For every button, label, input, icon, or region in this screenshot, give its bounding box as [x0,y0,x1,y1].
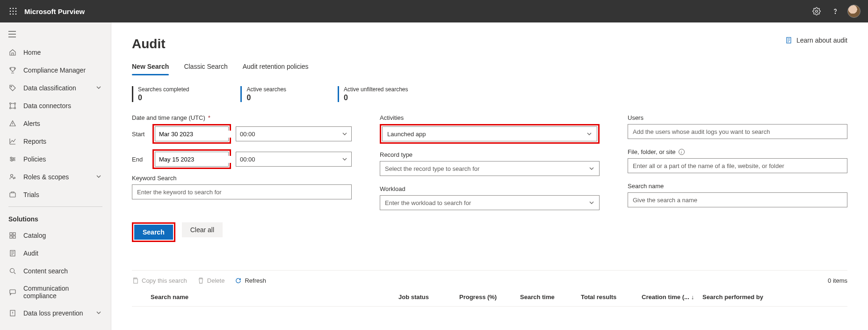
end-date-field[interactable] [155,156,241,163]
sidebar-item-catalog[interactable]: Catalog [0,227,111,244]
svg-rect-27 [10,236,12,238]
start-time-dropdown[interactable]: 00:00 [236,126,352,141]
info-icon[interactable]: i [679,149,685,155]
chart-icon [8,137,17,146]
app-title: Microsoft Purview [24,7,85,15]
stats-row: Searches completed 0 Active searches 0 A… [132,86,847,102]
col-job-status[interactable]: Job status [398,293,459,301]
sidebar-item-audit[interactable]: Audit [0,244,111,262]
svg-rect-26 [13,233,15,235]
svg-rect-36 [134,279,137,283]
trials-icon [8,191,17,199]
sidebar-item-compliance-manager[interactable]: Compliance Manager [0,61,111,79]
results-table-header: Search name Job status Progress (%) Sear… [132,288,847,307]
main-content: Audit Learn about audit New Search Class… [111,22,868,330]
chevron-down-icon [342,131,347,137]
refresh-icon [235,277,242,284]
sidebar-item-communication-compliance[interactable]: Communication compliance [0,280,111,304]
start-label: Start [132,131,148,138]
col-search-time[interactable]: Search time [520,293,581,301]
svg-point-1 [13,8,14,9]
stat-active-searches: Active searches 0 [240,86,286,102]
workload-dropdown[interactable]: Enter the workload to search for [380,195,600,210]
svg-point-16 [14,103,16,104]
app-launcher-icon[interactable] [7,6,19,17]
col-search-name[interactable]: Search name [151,293,398,301]
policies-icon [8,155,17,163]
keyword-label: Keyword Search [132,175,352,182]
learn-label: Learn about audit [796,37,847,44]
col-creation-time[interactable]: Creation time (...↓ [642,293,702,301]
delete-button: Delete [197,277,225,284]
sidebar-item-data-loss-prevention[interactable]: Data loss prevention [0,304,111,322]
sidebar-item-trials[interactable]: Trials [0,186,111,204]
settings-icon[interactable] [808,3,825,20]
file-label: File, folder, or site i [628,148,847,155]
refresh-button[interactable]: Refresh [235,277,266,284]
svg-point-8 [15,14,17,15]
svg-point-9 [816,10,818,13]
svg-point-19 [11,157,12,159]
help-icon[interactable] [827,3,844,20]
tag-icon [8,84,17,92]
sidebar-item-data-classification[interactable]: Data classification [0,79,111,97]
svg-point-3 [10,11,11,12]
sort-desc-icon: ↓ [691,293,694,301]
tab-audit-retention-policies[interactable]: Audit retention policies [243,60,309,75]
chevron-down-icon [96,85,102,92]
sidebar-item-data-connectors[interactable]: Data connectors [0,97,111,115]
end-date-input[interactable] [155,152,229,167]
end-time-dropdown[interactable]: 00:00 [236,152,352,167]
workload-label: Workload [380,185,600,192]
date-range-label: Date and time range (UTC) * [132,114,352,121]
chevron-down-icon [96,174,102,181]
search-name-label: Search name [628,183,847,190]
col-total-results[interactable]: Total results [581,293,642,301]
record-type-dropdown[interactable]: Select the record type to search for [380,161,600,176]
svg-rect-25 [10,233,12,235]
col-performed-by[interactable]: Search performed by [702,293,796,301]
keyword-input[interactable] [132,184,352,199]
search-name-input[interactable] [628,192,847,207]
highlight-activities: Launched app [380,124,600,144]
chat-icon [8,288,17,296]
start-date-input[interactable] [155,126,229,141]
avatar[interactable] [847,5,861,18]
start-date-field[interactable] [155,131,241,138]
clear-all-button[interactable]: Clear all [182,222,223,237]
sidebar-item-label: Trials [23,191,102,198]
col-progress[interactable]: Progress (%) [459,293,520,301]
sidebar-item-label: Reports [23,138,102,145]
tabs: New Search Classic Search Audit retentio… [132,60,847,75]
svg-point-21 [11,160,13,161]
tab-classic-search[interactable]: Classic Search [184,60,227,75]
svg-point-22 [11,175,13,177]
record-type-label: Record type [380,151,600,158]
sidebar-item-reports[interactable]: Reports [0,132,111,150]
activities-label: Activities [380,114,600,121]
users-label: Users [628,114,847,121]
trophy-icon [8,66,17,74]
svg-point-18 [14,108,16,109]
sidebar-item-roles-scopes[interactable]: Roles & scopes [0,168,111,186]
learn-about-audit-link[interactable]: Learn about audit [785,37,847,44]
alert-icon [8,119,17,128]
sidebar-item-content-search[interactable]: Content search [0,262,111,280]
hamburger-icon[interactable] [0,26,111,44]
file-input[interactable] [628,158,847,173]
end-time-value: 00:00 [240,156,342,163]
tab-new-search[interactable]: New Search [132,60,169,75]
sidebar-item-home[interactable]: Home [0,44,111,61]
stat-value: 0 [138,94,189,102]
svg-point-20 [13,159,14,160]
sidebar-item-label: Policies [23,155,102,163]
search-button[interactable]: Search [134,225,173,240]
sidebar-item-policies[interactable]: Policies [0,150,111,168]
stat-searches-completed: Searches completed 0 [132,86,189,102]
chevron-down-icon [96,310,102,317]
activities-dropdown[interactable]: Launched app [382,126,597,141]
copy-icon [132,277,139,284]
stat-label: Searches completed [138,86,189,93]
sidebar-item-alerts[interactable]: Alerts [0,115,111,132]
users-input[interactable] [628,124,847,139]
